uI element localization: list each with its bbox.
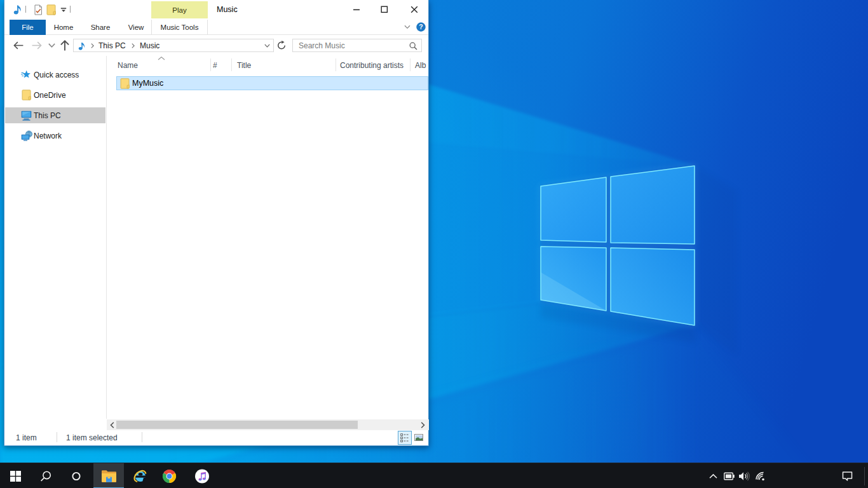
- svg-text:?: ?: [419, 23, 423, 30]
